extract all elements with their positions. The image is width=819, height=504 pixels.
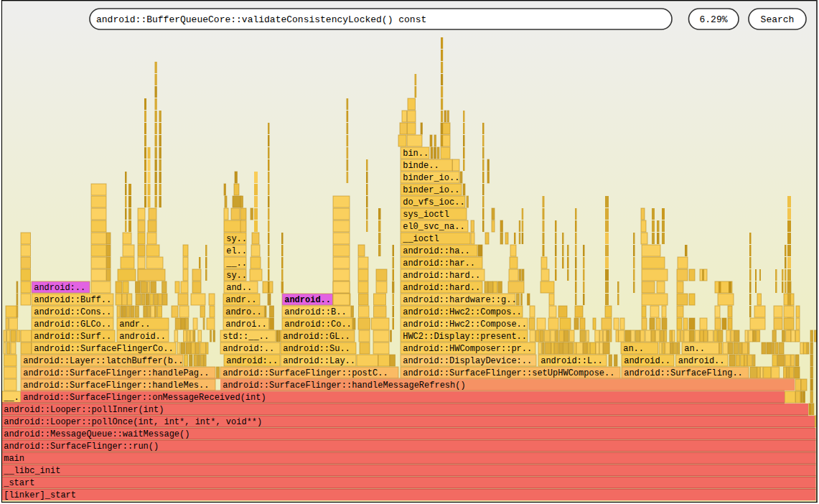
svg-text:android::B..: android::B.. — [284, 307, 346, 317]
svg-text:android::MessageQueue::waitMes: android::MessageQueue::waitMessage() — [4, 429, 189, 439]
svg-text:android::har..: android::har.. — [403, 258, 475, 269]
svg-text:android::DisplayDevice:..: android::DisplayDevice:.. — [403, 356, 532, 366]
svg-text:std::__..: std::__.. — [223, 332, 269, 342]
svg-text:binder_io..: binder_io.. — [403, 185, 459, 195]
svg-text:andr..: andr.. — [119, 319, 150, 330]
svg-text:android::ha..: android::ha.. — [403, 246, 470, 256]
svg-text:6.29%: 6.29% — [699, 14, 727, 25]
svg-text:an..: an.. — [684, 344, 705, 354]
svg-text:HWC2::Display::present..: HWC2::Display::present.. — [403, 332, 527, 342]
svg-text:el..: el.. — [226, 246, 247, 256]
svg-text:__..: __.. — [225, 258, 247, 269]
svg-text:android::SurfaceFling..: android::SurfaceFling.. — [624, 368, 743, 378]
svg-text:android..: android.. — [624, 356, 670, 366]
svg-text:android::SurfaceFlinger::handl: android::SurfaceFlinger::handleMessageRe… — [223, 381, 465, 391]
svg-text:android::SurfaceFlinger::postC: android::SurfaceFlinger::postC.. — [223, 368, 388, 378]
svg-text:android::Cons..: android::Cons.. — [34, 307, 111, 317]
svg-text:sy..: sy.. — [226, 271, 247, 281]
svg-text:sys_ioctl: sys_ioctl — [403, 210, 449, 220]
svg-text:android::BufferQueueCore::vali: android::BufferQueueCore::validateConsis… — [96, 14, 426, 25]
svg-text:andro..: andro.. — [225, 307, 261, 317]
svg-text:android::SurfaceFlingerCo..: android::SurfaceFlingerCo.. — [34, 344, 173, 354]
svg-text:and..: and.. — [226, 283, 252, 293]
svg-text:android::SurfaceFlinger::run(): android::SurfaceFlinger::run() — [4, 442, 159, 452]
svg-text:Search: Search — [761, 14, 795, 25]
svg-text:andr..: andr.. — [225, 295, 256, 305]
svg-text:android::Layer::latchBuffer(b.: android::Layer::latchBuffer(b.. — [23, 356, 183, 366]
svg-text:android::hard..: android::hard.. — [403, 283, 480, 293]
svg-text:[linker]_start: [linker]_start — [4, 490, 76, 500]
svg-text:_start: _start — [3, 478, 34, 488]
svg-text:android::SurfaceFlinger::handl: android::SurfaceFlinger::handleMes.. — [23, 381, 209, 391]
svg-text:android::Hwc2::Compose..: android::Hwc2::Compose.. — [403, 319, 527, 330]
svg-text:android:..: android:.. — [226, 356, 278, 366]
svg-text:android..: android.. — [119, 332, 166, 342]
svg-text:el0_svc_na..: el0_svc_na.. — [403, 222, 464, 232]
svg-text:android::Su..: android::Su.. — [283, 344, 350, 354]
svg-text:android::SurfaceFlinger::handl: android::SurfaceFlinger::handlePag.. — [23, 368, 209, 378]
svg-text:android::Hwc2::Compos..: android::Hwc2::Compos.. — [403, 307, 522, 317]
svg-text:binde..: binde.. — [403, 161, 439, 171]
svg-text:an..: an.. — [623, 344, 644, 354]
svg-text:android::GL..: android::GL.. — [283, 332, 350, 342]
svg-text:android::Buff..: android::Buff.. — [34, 295, 111, 305]
svg-text:android..: android.. — [678, 356, 725, 366]
svg-text:bin..: bin.. — [403, 149, 429, 159]
svg-text:android::L..: android::L.. — [540, 356, 602, 366]
svg-text:android::Looper::pollInner(int: android::Looper::pollInner(int) — [4, 405, 164, 415]
svg-text:android::hardware::g..: android::hardware::g.. — [403, 295, 516, 305]
svg-text:android..: android.. — [284, 295, 331, 305]
svg-text:__.: __. — [3, 393, 19, 403]
svg-text:android:..: android:.. — [223, 344, 274, 354]
svg-text:android::HWComposer::pr..: android::HWComposer::pr.. — [403, 344, 532, 354]
svg-text:android::SurfaceFlinger::setUp: android::SurfaceFlinger::setUpHWCompose.… — [403, 368, 614, 378]
svg-text:do_vfs_ioc..: do_vfs_ioc.. — [403, 197, 464, 207]
svg-text:android::Lay..: android::Lay.. — [283, 356, 355, 366]
svg-text:__ioctl: __ioctl — [402, 234, 439, 244]
svg-text:android::GLCo..: android::GLCo.. — [34, 319, 111, 330]
svg-text:binder_io..: binder_io.. — [403, 173, 459, 183]
svg-text:android::Surf..: android::Surf.. — [34, 332, 111, 342]
svg-text:androi..: androi.. — [225, 319, 267, 330]
svg-text:android::hard..: android::hard.. — [403, 271, 480, 281]
svg-text:android::Co..: android::Co.. — [284, 319, 352, 330]
svg-text:sy..: sy.. — [226, 234, 247, 244]
svg-text:android:..: android:.. — [34, 283, 85, 293]
svg-text:main: main — [4, 454, 24, 464]
svg-text:android::SurfaceFlinger::onMes: android::SurfaceFlinger::onMessageReceiv… — [23, 393, 266, 403]
svg-text:__libc_init: __libc_init — [3, 466, 60, 476]
svg-text:android::Looper::pollOnce(int,: android::Looper::pollOnce(int, int*, int… — [4, 417, 262, 427]
